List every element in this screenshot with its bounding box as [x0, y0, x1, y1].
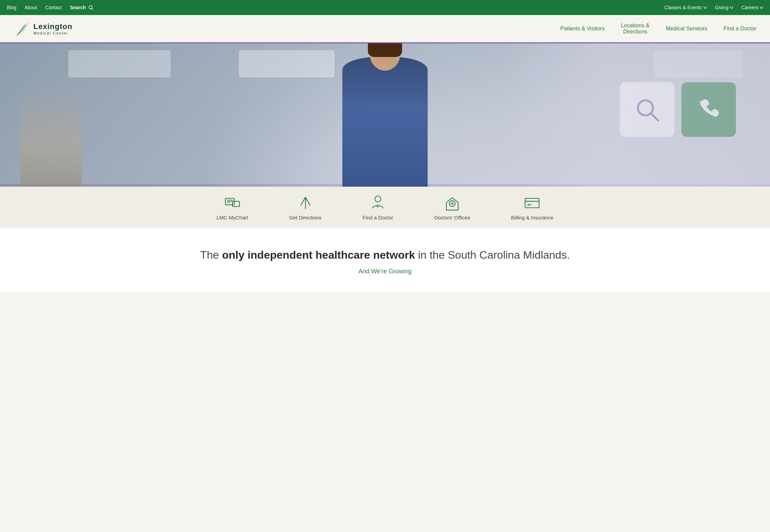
mychart-icon: [224, 195, 241, 211]
lmc-mychart-link[interactable]: LMC MyChart: [196, 195, 269, 220]
top-nav-left: Blog About Contact Search: [7, 5, 94, 10]
classes-events-label: Classes & Events: [665, 5, 702, 10]
svg-rect-5: [232, 201, 240, 206]
tagline-text: The only independent healthcare network …: [14, 248, 756, 262]
svg-point-10: [375, 196, 381, 202]
tagline-emphasis: only independent healthcare network: [222, 249, 415, 261]
main-nav: Lexington Medical Center Patients & Visi…: [0, 15, 770, 43]
chevron-down-icon: [730, 6, 733, 9]
search-link[interactable]: Search: [70, 5, 94, 10]
chevron-down-icon: [703, 6, 707, 9]
tagline-suffix: in the South Carolina Midlands.: [415, 249, 570, 261]
giving-label: Giving: [715, 5, 729, 10]
get-directions-link[interactable]: Get Directions: [269, 195, 342, 220]
top-nav: Blog About Contact Search Classes & Even…: [0, 0, 770, 15]
svg-line-1: [91, 9, 93, 10]
svg-point-0: [89, 6, 92, 9]
svg-rect-16: [525, 198, 539, 207]
tagline-subtext: And We're Growing: [14, 268, 756, 275]
hero-section: [0, 43, 770, 187]
giving-link[interactable]: Giving: [715, 5, 733, 10]
find-a-doctor-link[interactable]: Find a Doctor: [724, 26, 756, 32]
tagline-prefix: The: [200, 249, 222, 261]
quick-links-section: LMC MyChart Get Directions Find a Doctor…: [0, 187, 770, 228]
search-text: Search: [70, 5, 86, 10]
find-doctor-label: Find a Doctor: [362, 215, 393, 220]
lmc-mychart-label: LMC MyChart: [217, 215, 248, 220]
logo[interactable]: Lexington Medical Center: [14, 19, 72, 38]
hero-right-overlay: [500, 43, 770, 187]
chevron-down-icon: [760, 6, 763, 9]
search-icon: [88, 5, 94, 10]
get-directions-label: Get Directions: [289, 215, 322, 220]
doctors-offices-label: Doctors' Offices: [434, 215, 470, 220]
about-link[interactable]: About: [25, 5, 37, 10]
doctor-icon: [370, 195, 386, 211]
offices-icon: [444, 195, 460, 211]
top-nav-right: Classes & Events Giving Careers: [665, 5, 763, 10]
main-nav-links: Patients & Visitors Locations & Directio…: [560, 23, 756, 35]
billing-icon: [524, 195, 540, 211]
contact-link[interactable]: Contact: [45, 5, 62, 10]
billing-insurance-label: Billing & Insurance: [511, 215, 553, 220]
directions-icon: [297, 195, 314, 211]
classes-events-link[interactable]: Classes & Events: [665, 5, 707, 10]
medical-services-link[interactable]: Medical Services: [666, 26, 707, 32]
tagline-section: The only independent healthcare network …: [0, 228, 770, 292]
patients-visitors-link[interactable]: Patients & Visitors: [560, 26, 605, 32]
find-doctor-link[interactable]: Find a Doctor: [342, 195, 414, 220]
logo-subname: Medical Center: [33, 31, 72, 35]
doctors-offices-link[interactable]: Doctors' Offices: [414, 195, 490, 220]
careers-link[interactable]: Careers: [741, 5, 763, 10]
logo-name: Lexington: [33, 22, 72, 31]
billing-insurance-link[interactable]: Billing & Insurance: [490, 195, 574, 220]
careers-label: Careers: [741, 5, 758, 10]
blog-link[interactable]: Blog: [7, 5, 16, 10]
logo-text: Lexington Medical Center: [33, 22, 72, 35]
locations-directions-link[interactable]: Locations & Directions: [621, 23, 650, 35]
logo-icon: [14, 19, 30, 38]
